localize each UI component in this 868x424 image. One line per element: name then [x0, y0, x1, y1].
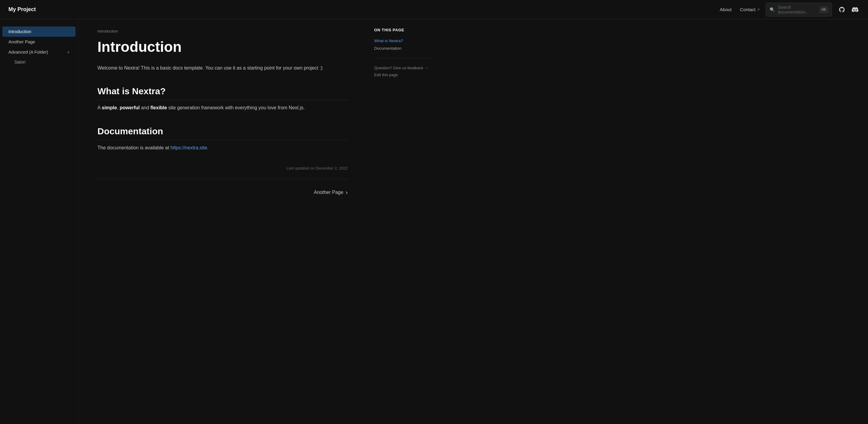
nextra-site-link[interactable]: https://nextra.site: [170, 145, 207, 150]
toc-feedback-link[interactable]: Question? Give us feedback →: [374, 64, 432, 72]
section-text-documentation: The documentation is available at https:…: [97, 144, 348, 152]
chevron-right-icon: ›: [346, 189, 348, 196]
section-text-what-is-nextra: A simple, powerful and flexible site gen…: [97, 104, 348, 112]
toc-edit-link[interactable]: Edit this page: [374, 72, 432, 78]
toc-title: On This Page: [374, 28, 432, 32]
github-icon[interactable]: [837, 5, 846, 14]
last-updated: Last updated on December 2, 2022: [97, 166, 348, 170]
discord-icon[interactable]: [850, 5, 860, 14]
toc-item-documentation[interactable]: Documentation: [374, 45, 432, 52]
topnav: My Project About Contact ↗ 🔍 Search docu…: [0, 0, 868, 19]
sidebar: Introduction Another Page Advanced (A Fo…: [0, 19, 78, 424]
section-title-what-is-nextra: What is Nextra?: [97, 86, 348, 100]
sidebar-item-introduction[interactable]: Introduction: [2, 27, 75, 37]
page-intro: Welcome to Nextra! This is a basic docs …: [97, 64, 348, 72]
sidebar-item-advanced-folder[interactable]: Advanced (A Folder) ▾: [2, 47, 75, 57]
section-title-documentation: Documentation: [97, 126, 348, 140]
toc-item-what-is-nextra[interactable]: What is Nextra?: [374, 37, 432, 45]
sidebar-sub-item-satori[interactable]: Satori: [2, 57, 75, 67]
right-sidebar: On This Page What is Nextra? Documentati…: [367, 19, 439, 424]
breadcrumb: Introduction: [97, 29, 348, 33]
content-divider: [97, 179, 348, 179]
search-kbd: ⌘K: [819, 7, 828, 12]
site-logo[interactable]: My Project: [8, 6, 36, 12]
chevron-down-icon: ▾: [67, 50, 69, 55]
nav-link-about[interactable]: About: [720, 7, 732, 12]
next-page-nav: Another Page ›: [97, 189, 348, 196]
page-title: Introduction: [97, 38, 348, 56]
nav-link-contact[interactable]: Contact ↗: [740, 7, 760, 12]
topnav-icons: [837, 5, 860, 14]
search-icon: 🔍: [770, 7, 775, 12]
search-box[interactable]: 🔍 Search documentation... ⌘K: [766, 3, 832, 17]
next-page-link[interactable]: Another Page ›: [314, 189, 348, 196]
layout: Introduction Another Page Advanced (A Fo…: [0, 19, 868, 424]
external-link-icon: ↗: [757, 7, 760, 12]
main-content: Introduction Introduction Welcome to Nex…: [78, 19, 367, 424]
toc-divider: [374, 58, 432, 58]
nav-links: About Contact ↗: [720, 7, 760, 12]
sidebar-item-another-page[interactable]: Another Page: [2, 37, 75, 47]
